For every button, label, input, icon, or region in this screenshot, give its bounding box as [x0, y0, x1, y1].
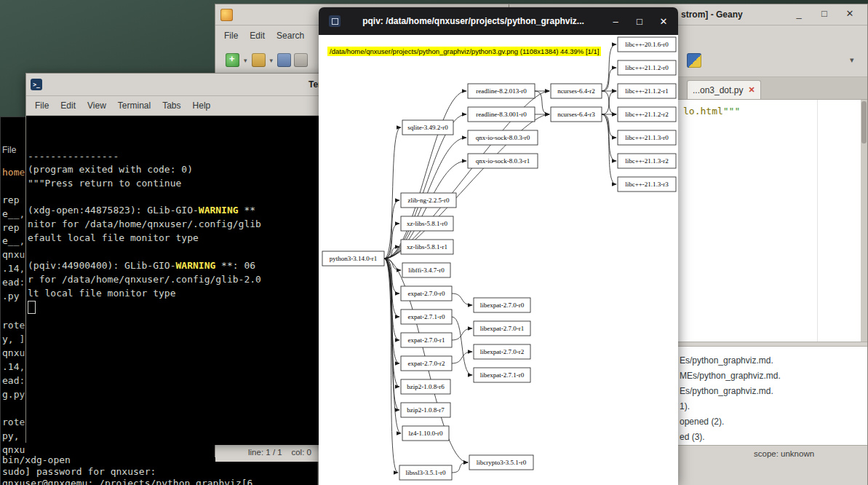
geany-window-icon	[220, 9, 233, 21]
graph-node-label: libc++-21.1.3-r2	[625, 157, 669, 165]
statusbar-position: line: 1 / 1 col: 0	[248, 448, 311, 457]
graph-node-label: libffi-3.4.7-r0	[408, 267, 445, 274]
graph-node-label: sqlite-3.49.2-r0	[407, 124, 448, 131]
menu-item-help[interactable]: Help	[187, 98, 217, 114]
pqiv-image-area[interactable]: /data/home/qnxuser/projects/python_graph…	[319, 35, 678, 485]
status-message-line: 1).	[680, 401, 690, 411]
terminal-text-fragment: bin/xdg-open	[2, 454, 71, 465]
graph-node-label: expat-2.7.1-r0	[408, 313, 445, 320]
dependency-graph: python3-3.14.0-r1sqlite-3.49.2-r0readlin…	[319, 35, 678, 485]
graph-node-label: bzip2-1.0.8-r6	[407, 383, 445, 390]
terminal-line: nitor for /data/home/qnxuser/.config/gli…	[28, 218, 261, 229]
graph-node-label: python3-3.14.0-r1	[330, 255, 378, 262]
new-dropdown-icon[interactable]: ▾	[244, 57, 247, 64]
status-message-line: MEs/python_graphviz.md.	[680, 371, 781, 381]
terminal-window-icon: >_	[31, 79, 42, 90]
terminal-line: (program exited with code: 0)	[28, 164, 193, 175]
terminal-text-fragment: qnxu	[2, 444, 25, 455]
long-line-marker	[817, 100, 818, 342]
graph-node-label: readline-8.2.013-r0	[476, 87, 527, 95]
save-all-button[interactable]	[294, 53, 308, 67]
maximize-button[interactable]: □	[630, 16, 649, 27]
graph-node-label: zlib-ng-2.2.5-r0	[408, 197, 450, 204]
terminal-text-fragment: g.py	[2, 389, 25, 400]
graph-node-label: libexpat-2.7.0-r0	[480, 301, 525, 309]
terminal-line: (xdg-open:44875823): GLib-GIO-WARNING **	[28, 205, 255, 216]
terminal-text-fragment: rep	[2, 194, 19, 205]
terminal-text-fragment: e__,	[2, 235, 25, 246]
status-message-line: ed (3).	[680, 432, 705, 442]
terminal-text-fragment: .py	[2, 291, 19, 301]
tab-label: ...on3_dot.py	[693, 85, 743, 95]
terminal-text-fragment: qnxuser@qnxqemu: /projects/python_graphv…	[2, 478, 252, 485]
code-text: lo.html	[683, 106, 723, 117]
graph-node-label: libexpat-2.7.0-r1	[480, 325, 524, 332]
toolbar-overflow-icon[interactable]: ▾	[850, 55, 854, 65]
scrollbar-thumb[interactable]	[861, 101, 867, 143]
maximize-button[interactable]: □	[816, 8, 833, 19]
toolbar-color-icon[interactable]	[687, 53, 701, 68]
graph-node-label: expat-2.7.0-r2	[408, 360, 445, 367]
menu-item-search[interactable]: Search	[271, 28, 310, 44]
status-message-line: Es/python_graphviz.md.	[680, 355, 773, 366]
open-file-button[interactable]	[252, 53, 266, 67]
close-button[interactable]: ✕	[654, 16, 673, 27]
menu-item-edit[interactable]: Edit	[244, 28, 271, 44]
window-title: strom] - Geany	[681, 9, 743, 20]
pqiv-title: pqiv: /data/home/qnxuser/projects/python…	[341, 16, 606, 26]
terminal-line: (pqiv:44900400): GLib-GIO-WARNING **: 06	[28, 260, 255, 271]
pqiv-titlebar[interactable]: pqiv: /data/home/qnxuser/projects/python…	[319, 7, 678, 35]
statusbar-scope: scope: unknown	[754, 449, 814, 458]
terminal-text-fragment: y, ]	[2, 334, 25, 344]
graph-node-label: readline-8.3.001-r0	[476, 111, 527, 118]
minimize-button[interactable]: _	[790, 8, 808, 19]
terminal-line: """Press return to continue	[28, 178, 181, 189]
terminal-text-fragment: py,	[2, 430, 19, 441]
menu-item-view[interactable]: View	[81, 98, 112, 114]
status-message-line: opened (2).	[680, 417, 724, 427]
terminal-line: lt local file monitor type	[28, 288, 176, 299]
menu-item-tabs[interactable]: Tabs	[156, 98, 186, 114]
graph-edge	[452, 293, 472, 305]
terminal-text-fragment: qnxu	[2, 249, 25, 260]
graph-node-label: qnx-io-sock-8.0.3-r1	[476, 157, 530, 165]
editor-scrollbar[interactable]	[861, 100, 867, 342]
terminal-text-fragment: File	[2, 145, 16, 155]
graph-node-label: bzip2-1.0.8-r7	[407, 406, 445, 414]
graph-edge	[452, 328, 472, 340]
graph-edge	[384, 91, 466, 259]
save-button[interactable]	[277, 53, 291, 67]
menu-item-terminal[interactable]: Terminal	[112, 98, 156, 114]
terminal-text-fragment: home	[2, 167, 25, 178]
tab-close-icon[interactable]: ✕	[748, 85, 754, 95]
graph-node-label: libssl3-3.5.1-r0	[406, 469, 446, 476]
graph-node-label: ncurses-6.4-r3	[557, 111, 595, 118]
code-quotes: """	[723, 106, 740, 117]
new-file-button[interactable]	[226, 53, 239, 67]
graph-edge	[602, 91, 616, 114]
editor-code-line: lo.html"""	[683, 106, 740, 117]
menu-item-file[interactable]: File	[29, 98, 55, 114]
desktop: strom] - Geany _ □ ✕ ▾ ...on3_dot.py ✕ l…	[0, 0, 868, 485]
tab-python3-dot-py[interactable]: ...on3_dot.py ✕	[687, 80, 761, 99]
pqiv-info-bar: /data/home/qnxuser/projects/python_graph…	[327, 47, 601, 56]
graph-node-label: libexpat-2.7.0-r2	[480, 348, 524, 355]
graph-node-label: ncurses-6.4-r2	[557, 87, 595, 95]
open-dropdown-icon[interactable]: ▾	[270, 57, 274, 64]
graph-node-label: libc++-21.1.3-r0	[625, 134, 669, 141]
terminal-line: ----------------	[28, 151, 119, 162]
graph-edge	[452, 317, 472, 375]
graph-node-label: expat-2.7.0-r0	[408, 290, 445, 297]
terminal-line: efault local file monitor type	[28, 232, 199, 243]
graph-node-label: libexpat-2.7.1-r0	[480, 371, 525, 379]
pqiv-window-icon	[329, 15, 341, 27]
graph-node-label: libc++-21.1.3-r3	[625, 181, 669, 188]
terminal-line: r for /data/home/qnxuser/.config/glib-2.…	[28, 274, 261, 285]
minimize-button[interactable]: –	[606, 16, 625, 27]
graph-node-label: expat-2.7.0-r1	[408, 336, 445, 344]
menu-item-edit[interactable]: Edit	[55, 98, 81, 114]
terminal-text-fragment: rep	[2, 222, 19, 233]
status-message-line: Es/python_graphviz.md.	[680, 386, 773, 396]
close-button[interactable]: ✕	[841, 8, 859, 19]
menu-item-file[interactable]: File	[218, 28, 244, 44]
